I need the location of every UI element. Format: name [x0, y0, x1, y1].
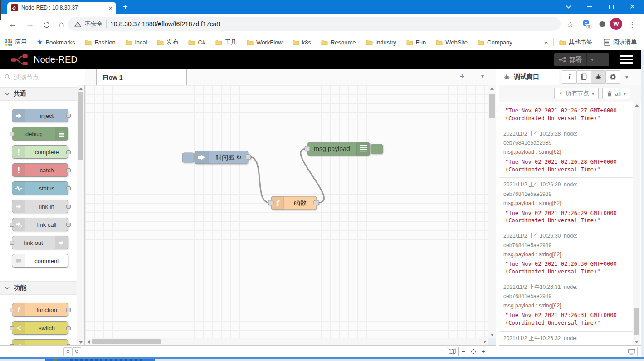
- function-output-port[interactable]: [314, 200, 319, 205]
- debug-tab[interactable]: 调试窗口: [499, 69, 559, 85]
- debug-message-node-id: ceb76841e5ae2989: [503, 190, 629, 199]
- help-tab-button[interactable]: [576, 70, 591, 84]
- zoom-reset-button[interactable]: [468, 347, 478, 356]
- open-debug-window-button[interactable]: [626, 347, 638, 356]
- bookmark-folder[interactable]: WorkFlow: [247, 39, 283, 46]
- bookmark-folder[interactable]: Industry: [366, 39, 396, 46]
- sidebar-splitter[interactable]: [496, 69, 499, 357]
- node-output-port: [66, 186, 71, 190]
- bookmarks-folder-starred[interactable]: ★ Bookmarks: [37, 38, 75, 46]
- reload-icon[interactable]: [40, 18, 53, 31]
- info-tab-button[interactable]: i: [562, 70, 577, 84]
- maximize-button[interactable]: [600, 0, 622, 14]
- translate-icon[interactable]: G文: [581, 18, 594, 31]
- minimize-button[interactable]: [579, 0, 600, 14]
- flow-canvas[interactable]: 时间戳 ↻f函数msg.payload: [85, 85, 488, 338]
- navigator-map-button[interactable]: [447, 347, 457, 356]
- palette-node-partial[interactable]: [12, 339, 68, 346]
- deploy-options-caret-icon[interactable]: ▾: [591, 57, 594, 63]
- palette-expand-all-button[interactable]: [72, 347, 81, 356]
- inject-output-port[interactable]: [246, 155, 251, 159]
- add-flow-button[interactable]: +: [457, 72, 468, 82]
- canvas-vertical-scrollbar[interactable]: [488, 85, 496, 338]
- flow-node-function[interactable]: f函数: [268, 196, 319, 210]
- debug-scrollbar[interactable]: [633, 102, 640, 345]
- canvas-hscroll-thumb[interactable]: [92, 339, 161, 344]
- debug-message-property[interactable]: msg.payload : string[62]: [503, 199, 629, 208]
- palette-node-switch[interactable]: switch: [12, 321, 68, 335]
- profile-avatar[interactable]: W: [610, 18, 622, 30]
- bookmark-folder[interactable]: WebSite: [436, 39, 468, 46]
- palette-scrollbar-thumb[interactable]: [78, 92, 83, 160]
- palette-search[interactable]: [0, 69, 85, 85]
- deploy-button[interactable]: 部署 ▾: [554, 53, 609, 66]
- node-output-port: [66, 223, 71, 227]
- tab-search-chevron-icon[interactable]: [558, 0, 579, 14]
- palette-node-comment[interactable]: comment: [12, 254, 68, 268]
- bookmark-folder[interactable]: local: [126, 39, 147, 46]
- debug-tab-button[interactable]: [591, 70, 606, 84]
- bookmark-folder[interactable]: 发布: [157, 38, 178, 46]
- forward-icon[interactable]: →: [24, 18, 36, 31]
- canvas-horizontal-scrollbar[interactable]: [85, 338, 488, 345]
- debug-input-port[interactable]: [305, 146, 310, 151]
- bookmark-folder[interactable]: Fashion: [85, 39, 115, 46]
- back-icon[interactable]: ←: [6, 18, 19, 31]
- palette-collapse-all-button[interactable]: [63, 347, 73, 356]
- palette-node-debug[interactable]: debug: [12, 127, 68, 141]
- bookmark-folder[interactable]: 工具: [215, 38, 237, 46]
- function-input-port[interactable]: [268, 200, 273, 205]
- bookmark-folder[interactable]: k8s: [293, 39, 311, 46]
- palette-node-link-call[interactable]: link call: [12, 218, 68, 231]
- palette-node-inject[interactable]: inject: [12, 109, 68, 122]
- browser-tab[interactable]: Node-RED : 10.8.30.37 ×: [7, 2, 116, 14]
- flow-list-caret-icon[interactable]: ▾: [481, 73, 484, 79]
- flow-node-debug[interactable]: msg.payload: [305, 142, 383, 156]
- bookmark-folder[interactable]: C#: [188, 39, 205, 46]
- debug-toggle-button[interactable]: [371, 144, 383, 154]
- bookmark-folder[interactable]: Resource: [321, 39, 356, 46]
- tab-close-icon[interactable]: ×: [108, 5, 112, 11]
- zoom-in-button[interactable]: +: [478, 347, 488, 356]
- flow-node-inject[interactable]: 时间戳 ↻: [182, 151, 251, 164]
- bookmark-folder[interactable]: Fun: [406, 39, 426, 46]
- palette-node-link-out[interactable]: link out: [12, 236, 68, 249]
- debug-scrollbar-thumb[interactable]: [634, 308, 639, 335]
- flow-tab[interactable]: Flow 1: [96, 69, 187, 85]
- extensions-puzzle-icon[interactable]: [596, 18, 609, 31]
- home-icon[interactable]: ⌂: [55, 18, 68, 31]
- bookmarks-overflow-chevron[interactable]: »: [544, 39, 548, 46]
- other-bookmarks[interactable]: 其他书签: [559, 38, 592, 46]
- reading-list[interactable]: 阅读清单: [604, 38, 637, 46]
- palette-node-complete[interactable]: complete: [12, 145, 68, 159]
- palette-scrollbar[interactable]: [77, 85, 85, 346]
- debug-message-property[interactable]: msg.payload : string[62]: [503, 301, 629, 310]
- new-tab-button[interactable]: +: [120, 2, 131, 12]
- node-input-port: [10, 308, 14, 312]
- flow-wires[interactable]: [249, 149, 324, 203]
- canvas-vscroll-thumb[interactable]: [489, 94, 495, 118]
- browser-menu-icon[interactable]: ⋮: [627, 18, 637, 31]
- inject-trigger-button[interactable]: [182, 153, 194, 162]
- zoom-out-button[interactable]: −: [458, 347, 468, 356]
- bookmark-folder[interactable]: Company: [478, 39, 512, 46]
- main-menu-hamburger-icon[interactable]: [620, 55, 633, 64]
- debug-message-property[interactable]: msg.payload : string[62]: [503, 147, 629, 156]
- debug-clear-button[interactable]: all ▾: [602, 88, 630, 99]
- palette-category-header[interactable]: 共通: [0, 87, 77, 101]
- palette-node-function[interactable]: ffunction: [12, 303, 68, 317]
- palette-search-input[interactable]: [14, 73, 73, 81]
- debug-message-property[interactable]: msg.payload : string[62]: [503, 250, 629, 259]
- palette-category-header[interactable]: 功能: [0, 281, 77, 295]
- bookmark-star-icon[interactable]: ☆: [564, 18, 576, 31]
- palette-node-link-in[interactable]: link in: [12, 200, 68, 213]
- palette-node-status[interactable]: status: [12, 181, 68, 195]
- config-gear-button[interactable]: [605, 70, 620, 84]
- palette-node-catch[interactable]: catch: [12, 163, 68, 177]
- sidebar-options-caret-icon[interactable]: ▾: [625, 74, 628, 80]
- apps-shortcut[interactable]: 应用: [5, 38, 27, 46]
- folder-icon: [478, 39, 484, 45]
- debug-filter-button[interactable]: ▼ 所有节点 ▾: [554, 88, 599, 99]
- url-bar[interactable]: 不安全 10.8.30.37:1880/#flow/f6f2187d.f17ca…: [68, 17, 561, 31]
- close-button[interactable]: ✕: [622, 0, 643, 14]
